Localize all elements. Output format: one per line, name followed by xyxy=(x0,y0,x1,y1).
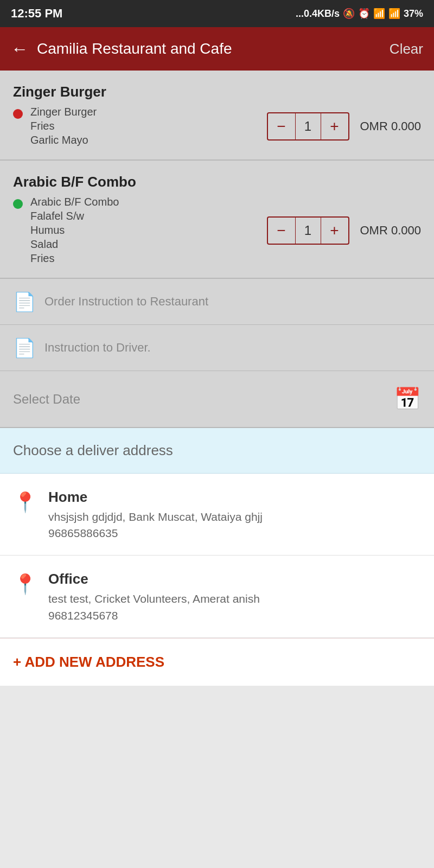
address-info-home: Home vhsjsjsh gdjdjd, Bank Muscat, Watai… xyxy=(48,489,263,540)
cart-item-right-zinger: − 1 + OMR 0.000 xyxy=(267,112,422,141)
address-label-home: Home xyxy=(48,489,263,506)
cart-item-title-arabic: Arabic B/F Combo xyxy=(13,174,421,190)
page-title: Camilia Restaurant and Cafe xyxy=(37,40,232,58)
qty-increase-zinger[interactable]: + xyxy=(321,113,348,139)
location-icon-office: 📍 xyxy=(13,573,37,596)
restaurant-instruction-icon: 📄 xyxy=(13,291,36,312)
wifi-icon: 📶 xyxy=(388,8,400,20)
add-address-button[interactable]: + ADD NEW ADDRESS xyxy=(0,638,434,686)
back-button[interactable]: ← xyxy=(11,39,28,59)
item-price-arabic: OMR 0.000 xyxy=(360,224,422,238)
network-speed: ...0.4KB/s xyxy=(296,8,340,20)
arabic-detail-2: Falafel S/w xyxy=(30,210,119,222)
cart-item-zinger: Zinger Burger Zinger Burger Fries Garlic… xyxy=(0,71,434,161)
signal-icon: 📶 xyxy=(373,8,385,20)
restaurant-instruction-row[interactable]: 📄 Order Instruction to Restaurant xyxy=(0,279,434,325)
header-left: ← Camilia Restaurant and Cafe xyxy=(11,39,232,59)
main-content: Zinger Burger Zinger Burger Fries Garlic… xyxy=(0,71,434,686)
qty-decrease-arabic[interactable]: − xyxy=(268,218,295,244)
item-details-arabic: Arabic B/F Combo Falafel S/w Humus Salad… xyxy=(30,196,119,265)
arabic-detail-4: Salad xyxy=(30,238,119,251)
zinger-detail-2: Fries xyxy=(30,120,97,132)
clear-button[interactable]: Clear xyxy=(390,41,423,58)
add-address-label: + ADD NEW ADDRESS xyxy=(13,654,164,671)
time-display: 12:55 PM xyxy=(11,7,62,21)
choose-address-header: Choose a deliver address xyxy=(0,428,434,474)
qty-control-zinger: − 1 + xyxy=(267,112,349,141)
app-header: ← Camilia Restaurant and Cafe Clear xyxy=(0,27,434,71)
select-date-row[interactable]: Select Date 📅 xyxy=(0,371,434,428)
qty-increase-arabic[interactable]: + xyxy=(321,218,348,244)
address-phone-home: 96865886635 xyxy=(48,527,263,540)
arabic-detail-3: Humus xyxy=(30,224,119,237)
select-date-label: Select Date xyxy=(13,392,80,407)
choose-address-title: Choose a deliver address xyxy=(13,442,173,458)
address-detail-office: test test, Cricket Volunteers, Amerat an… xyxy=(48,591,260,607)
zinger-detail-1: Zinger Burger xyxy=(30,106,97,118)
qty-control-arabic: − 1 + xyxy=(267,216,349,245)
qty-value-zinger: 1 xyxy=(295,113,321,139)
driver-instruction-icon: 📄 xyxy=(13,337,36,359)
address-info-office: Office test test, Cricket Volunteers, Am… xyxy=(48,571,260,622)
item-details-zinger: Zinger Burger Fries Garlic Mayo xyxy=(30,106,97,146)
cart-item-body-arabic: Arabic B/F Combo Falafel S/w Humus Salad… xyxy=(13,196,421,265)
driver-instruction-text: Instruction to Driver. xyxy=(44,341,151,355)
item-dot-green xyxy=(13,199,23,209)
cart-item-title-zinger: Zinger Burger xyxy=(13,84,421,100)
cart-item-body-zinger: Zinger Burger Fries Garlic Mayo − 1 + OM… xyxy=(13,106,421,146)
cart-item-left-arabic: Arabic B/F Combo Falafel S/w Humus Salad… xyxy=(13,196,267,265)
battery-display: 37% xyxy=(404,8,423,20)
cart-item-right-arabic: − 1 + OMR 0.000 xyxy=(267,216,422,245)
address-detail-home: vhsjsjsh gdjdjd, Bank Muscat, Wataiya gh… xyxy=(48,509,263,525)
status-icons: ...0.4KB/s 🔕 ⏰ 📶 📶 37% xyxy=(296,8,423,20)
address-item-home[interactable]: 📍 Home vhsjsjsh gdjdjd, Bank Muscat, Wat… xyxy=(0,474,434,556)
status-bar: 12:55 PM ...0.4KB/s 🔕 ⏰ 📶 📶 37% xyxy=(0,0,434,27)
arabic-detail-5: Fries xyxy=(30,252,119,265)
location-icon-home: 📍 xyxy=(13,491,37,514)
arabic-detail-1: Arabic B/F Combo xyxy=(30,196,119,208)
address-phone-office: 96812345678 xyxy=(48,609,260,622)
item-dot-red xyxy=(13,109,23,119)
item-price-zinger: OMR 0.000 xyxy=(360,119,422,133)
address-item-office[interactable]: 📍 Office test test, Cricket Volunteers, … xyxy=(0,556,434,637)
restaurant-instruction-text: Order Instruction to Restaurant xyxy=(44,295,208,309)
zinger-detail-3: Garlic Mayo xyxy=(30,134,97,146)
qty-decrease-zinger[interactable]: − xyxy=(268,113,295,139)
qty-value-arabic: 1 xyxy=(295,218,321,244)
address-label-office: Office xyxy=(48,571,260,588)
cart-item-left-zinger: Zinger Burger Fries Garlic Mayo xyxy=(13,106,267,146)
alarm-icon: ⏰ xyxy=(358,8,370,20)
driver-instruction-row[interactable]: 📄 Instruction to Driver. xyxy=(0,325,434,371)
cart-item-arabic: Arabic B/F Combo Arabic B/F Combo Falafe… xyxy=(0,161,434,279)
calendar-icon: 📅 xyxy=(394,386,421,412)
mute-icon: 🔕 xyxy=(343,8,355,20)
